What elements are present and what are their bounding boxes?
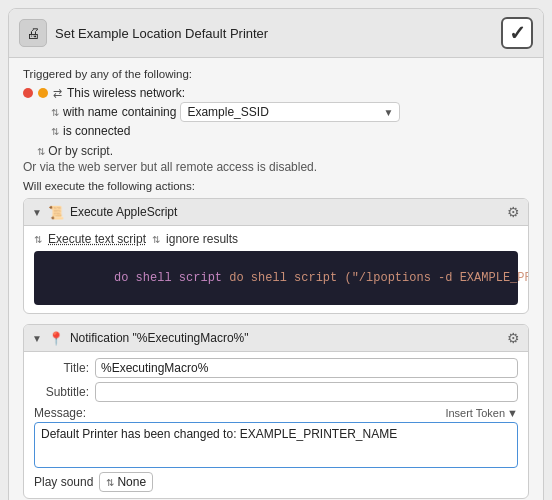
main-container: 🖨 Set Example Location Default Printer ✓… [8,8,544,500]
trigger-section: ⇄ This wireless network: ⇅ with name con… [23,86,529,138]
containing-text: containing [122,105,177,119]
notif-collapse-arrow-icon[interactable]: ▼ [32,333,42,344]
notification-block: ▼ 📍 Notification "%ExecutingMacro%" ⚙ Ti… [23,324,529,499]
or-by-script-text: Or by script. [48,144,113,158]
applescript-header: ▼ 📜 Execute AppleScript ⚙ [24,199,528,226]
code-do: do shell script [114,271,229,285]
dropdown-arrow-icon: ▼ [384,107,394,118]
sound-arrows-icon: ⇅ [106,477,114,488]
network-dropdown[interactable]: Example_SSID ▼ [180,102,400,122]
yellow-dot-icon[interactable] [38,88,48,98]
window-header: 🖨 Set Example Location Default Printer ✓ [9,9,543,58]
execute-arrows-icon: ⇅ [34,234,42,245]
message-top-row: Message: Insert Token ▼ [34,406,518,420]
is-connected-row: ⇅ is connected [23,124,529,138]
script-arrows-icon: ⇅ [37,146,45,157]
message-textarea[interactable]: Default Printer has been changed to: EXA… [34,422,518,468]
arrows-icon: ⇅ [51,107,59,118]
applescript-block: ▼ 📜 Execute AppleScript ⚙ ⇅ Execute text… [23,198,529,314]
triggered-label: Triggered by any of the following: [23,68,529,80]
will-execute-label: Will execute the following actions: [23,180,529,192]
wireless-row: ⇄ This wireless network: [23,86,529,100]
or-by-script: ⇅ Or by script. [23,144,529,158]
applescript-icon: 📜 [48,205,64,220]
play-sound-row: Play sound ⇅ None [34,472,518,492]
script-options-row: ⇅ Execute text script ⇅ ignore results [34,232,518,246]
insert-token-label: Insert Token [445,407,505,419]
checkmark-button[interactable]: ✓ [501,17,533,49]
ignore-results-label: ignore results [166,232,238,246]
script-code-box[interactable]: do shell script do shell script ("/lpopt… [34,251,518,305]
network-value: Example_SSID [187,105,268,119]
applescript-gear-button[interactable]: ⚙ [507,204,520,220]
insert-token-button[interactable]: Insert Token ▼ [445,407,518,419]
ignore-arrows-icon: ⇅ [152,234,160,245]
macro-icon: 🖨 [19,19,47,47]
wireless-label: This wireless network: [67,86,185,100]
insert-token-arrow-icon: ▼ [507,407,518,419]
notif-subtitle-label: Subtitle: [34,385,89,399]
notif-subtitle-input[interactable] [95,382,518,402]
message-label: Message: [34,406,86,420]
collapse-arrow-icon[interactable]: ▼ [32,207,42,218]
notification-header: ▼ 📍 Notification "%ExecutingMacro%" ⚙ [24,325,528,352]
execute-text-script-label[interactable]: Execute text script [48,232,146,246]
notification-gear-button[interactable]: ⚙ [507,330,520,346]
notif-icon: 📍 [48,331,64,346]
sound-dropdown[interactable]: ⇅ None [99,472,153,492]
wifi-icon: ⇄ [53,87,62,100]
applescript-title: Execute AppleScript [70,205,501,219]
code-string: do shell script ("/lpoptions -d EXAMPLE_… [229,271,529,285]
notif-message-row: Message: Insert Token ▼ Default Printer … [34,406,518,468]
with-name-row: ⇅ with name containing Example_SSID ▼ [23,102,529,122]
with-name-text: with name [63,105,118,119]
notification-title: Notification "%ExecutingMacro%" [70,331,501,345]
play-sound-label: Play sound [34,475,93,489]
arrows-icon2: ⇅ [51,126,59,137]
sound-value: None [117,475,146,489]
notif-title-label: Title: [34,361,89,375]
or-via-text: Or via the web server but all remote acc… [23,160,529,174]
applescript-body: ⇅ Execute text script ⇅ ignore results d… [24,226,528,313]
notif-title-input[interactable] [95,358,518,378]
body-content: Triggered by any of the following: ⇄ Thi… [9,58,543,500]
red-dot-icon[interactable] [23,88,33,98]
is-connected-text: is connected [63,124,130,138]
notification-body: Title: Subtitle: Message: Insert Token ▼ [24,352,528,498]
macro-title: Set Example Location Default Printer [55,26,493,41]
notif-title-row: Title: [34,358,518,378]
notif-subtitle-row: Subtitle: [34,382,518,402]
